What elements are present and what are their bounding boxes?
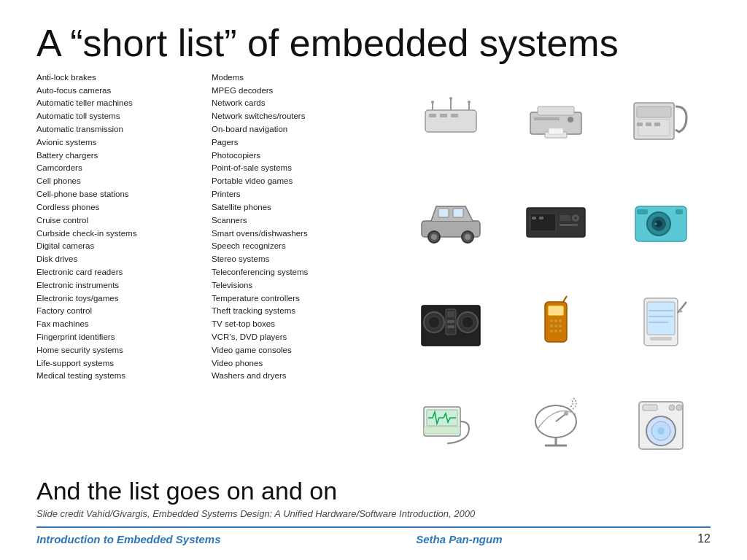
svg-rect-17 — [637, 106, 671, 117]
list-item: Cell-phone base stations — [36, 188, 212, 201]
list-item: Teleconferencing systems — [212, 266, 387, 279]
list-item: Medical testing systems — [36, 370, 212, 383]
svg-rect-18 — [638, 120, 670, 136]
modem-image — [401, 71, 500, 167]
svg-rect-35 — [532, 217, 536, 219]
mobile-phone-image — [506, 274, 605, 370]
list-col-2: ModemsMPEG decodersNetwork cardsNetwork … — [212, 71, 387, 471]
list-item: Network switches/routers — [212, 110, 387, 123]
list-item: Photocopiers — [212, 149, 387, 163]
list-item: Video game consoles — [212, 344, 387, 357]
list-item: Electronic instruments — [36, 279, 212, 292]
svg-point-43 — [655, 222, 657, 225]
list-item: Disk drives — [36, 253, 212, 266]
svg-rect-66 — [647, 302, 675, 335]
list-item: VCR’s, DVD players — [212, 331, 387, 344]
list-item: Curbside check-in systems — [36, 228, 212, 241]
list-item: Factory control — [36, 305, 212, 318]
list-item: Point-of-sale systems — [212, 162, 387, 175]
list-item: Avionic systems — [36, 136, 212, 149]
svg-rect-0 — [425, 110, 476, 132]
list-item: Portable video games — [212, 175, 387, 188]
svg-rect-2 — [440, 114, 447, 117]
list-item: Cruise control — [36, 214, 212, 228]
svg-point-57 — [554, 319, 557, 322]
list-item: Speech recognizers — [212, 240, 387, 253]
svg-point-64 — [559, 330, 562, 332]
svg-point-28 — [465, 234, 471, 240]
svg-point-59 — [550, 324, 553, 327]
svg-rect-85 — [643, 405, 657, 411]
svg-line-79 — [556, 414, 565, 421]
svg-point-26 — [431, 234, 437, 240]
content-area: Anti-lock brakesAuto-focus camerasAutoma… — [36, 71, 711, 471]
ecg-image — [401, 376, 500, 471]
footer: Introduction to Embedded Systems Setha P… — [36, 526, 711, 545]
svg-point-8 — [449, 97, 452, 100]
list-item: Battery chargers — [36, 149, 212, 163]
list-item: Temperature controllers — [212, 292, 387, 306]
svg-point-80 — [564, 411, 568, 416]
slide: A “short list” of embedded systems Anti-… — [0, 0, 747, 560]
svg-point-62 — [550, 330, 553, 332]
svg-rect-13 — [549, 128, 563, 134]
page-number: 12 — [697, 532, 711, 545]
list-item: Automatic toll systems — [36, 110, 212, 123]
list-item: Fingerprint identifiers — [36, 331, 212, 344]
svg-point-63 — [554, 330, 557, 332]
slide-title: A “short list” of embedded systems — [36, 22, 711, 66]
pda-image — [611, 274, 711, 370]
svg-rect-69 — [650, 337, 672, 341]
list-item: Theft tracking systems — [212, 305, 387, 318]
list-item: Printers — [212, 188, 387, 201]
list-item: On-board navigation — [212, 123, 387, 136]
svg-rect-41 — [676, 209, 683, 214]
svg-point-61 — [559, 324, 562, 327]
vcr-image — [506, 173, 605, 268]
list-item: Satellite phones — [212, 201, 387, 214]
car-image — [401, 173, 500, 268]
list-item: Modems — [212, 71, 387, 85]
list-item: Life-support systems — [36, 357, 212, 370]
svg-point-58 — [559, 319, 562, 322]
svg-rect-19 — [637, 122, 643, 126]
camera-image — [611, 173, 711, 268]
list-item: Smart ovens/dishwashers — [212, 228, 387, 241]
svg-point-33 — [574, 217, 577, 219]
list-item: Washers and dryers — [212, 370, 387, 383]
stereo-image — [401, 274, 500, 370]
svg-rect-34 — [560, 224, 578, 226]
svg-rect-24 — [453, 209, 463, 217]
svg-rect-42 — [637, 209, 648, 214]
printer-image — [506, 71, 605, 167]
footer-left: Introduction to Embedded Systems — [36, 533, 221, 545]
col1-list: Anti-lock brakesAuto-focus camerasAutoma… — [36, 71, 212, 384]
svg-rect-75 — [424, 427, 460, 434]
svg-rect-3 — [451, 114, 458, 117]
bottom-section: And the list goes on and on Slide credit… — [36, 477, 711, 545]
list-item: Automatic transmission — [36, 123, 212, 136]
list-item: Fax machines — [36, 318, 212, 331]
list-item: Pagers — [212, 136, 387, 149]
svg-rect-36 — [539, 217, 543, 219]
subtitle: And the list goes on and on — [36, 477, 711, 505]
list-item: Home security systems — [36, 344, 212, 357]
list-item: Auto-focus cameras — [36, 85, 212, 98]
list-item: TV set-top boxes — [212, 318, 387, 331]
list-item: Cell phones — [36, 175, 212, 188]
list-item: Televisions — [212, 279, 387, 292]
list-item: Anti-lock brakes — [36, 71, 212, 85]
washer-image — [611, 376, 711, 471]
images-area — [394, 71, 711, 471]
list-item: Automatic teller machines — [36, 97, 212, 110]
svg-point-56 — [550, 319, 553, 322]
list-item: Video phones — [212, 357, 387, 370]
svg-rect-50 — [447, 311, 454, 317]
svg-point-14 — [568, 117, 573, 122]
list-item: Cordless phones — [36, 201, 212, 214]
list-item: Electronic card readers — [36, 266, 212, 279]
svg-rect-15 — [534, 117, 560, 120]
svg-rect-20 — [646, 122, 651, 126]
svg-rect-11 — [538, 106, 574, 115]
list-item: Digital cameras — [36, 240, 212, 253]
